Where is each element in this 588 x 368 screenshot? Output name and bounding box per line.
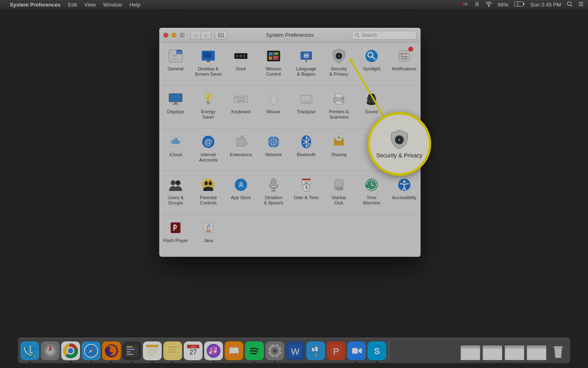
pref-users[interactable]: Users & Groups xyxy=(159,171,192,214)
timemachine-icon xyxy=(363,177,380,193)
dock-finder[interactable] xyxy=(20,341,39,360)
back-button[interactable]: ‹ xyxy=(190,31,201,40)
pref-label: General xyxy=(167,66,183,72)
pref-startup[interactable]: Startup Disk xyxy=(323,171,355,214)
pref-appstore[interactable]: AApp Store xyxy=(225,171,257,214)
disk-icon xyxy=(331,177,347,193)
dock-zoom[interactable] xyxy=(347,341,366,360)
pref-datetime[interactable]: 18Date & Time xyxy=(290,171,323,214)
at-icon: @ xyxy=(200,134,216,150)
java-icon xyxy=(200,220,216,236)
pref-flash[interactable]: Flash Player xyxy=(159,214,192,257)
pref-desktop[interactable]: Desktop & Screen Saver xyxy=(192,43,225,85)
pref-displays[interactable]: Displays xyxy=(159,85,192,128)
svg-point-70 xyxy=(176,180,180,185)
window-titlebar: ‹ › System Preferences Search xyxy=(159,28,421,43)
dock-trash[interactable] xyxy=(549,341,568,360)
dock-firefox[interactable] xyxy=(102,341,121,360)
pref-icloud[interactable]: iCloud xyxy=(159,128,192,171)
dock-chrome[interactable] xyxy=(61,341,80,360)
svg-point-74 xyxy=(205,182,208,185)
pref-language[interactable]: Language & Region xyxy=(290,43,323,85)
dock-minimized-window[interactable] xyxy=(505,346,524,360)
pref-network[interactable]: Network xyxy=(257,128,290,171)
pref-label: Spotlight xyxy=(363,66,381,72)
pref-internet[interactable]: @Internet Accounts xyxy=(192,128,225,171)
dock-spotify[interactable] xyxy=(245,341,264,360)
menu-help[interactable]: Help xyxy=(129,2,140,8)
pref-accessibility[interactable]: Accessibility xyxy=(388,171,421,214)
pref-mouse[interactable]: Mouse xyxy=(257,85,290,128)
forward-button[interactable]: › xyxy=(201,31,212,40)
dock-safari[interactable] xyxy=(82,341,100,360)
svg-point-17 xyxy=(240,55,242,57)
pref-spotlight[interactable]: Spotlight xyxy=(355,43,388,85)
pref-label: Bluetooth xyxy=(297,152,316,157)
pref-general[interactable]: FileNewOpeGeneral xyxy=(159,43,192,85)
dock-minimized-window[interactable] xyxy=(461,346,480,360)
menu-app-name[interactable]: System Preferences xyxy=(10,2,60,8)
search-input[interactable]: Search xyxy=(352,31,416,40)
svg-rect-26 xyxy=(305,60,307,62)
svg-text:New: New xyxy=(172,54,178,57)
show-all-button[interactable] xyxy=(215,31,227,40)
svg-text:27: 27 xyxy=(189,349,197,356)
svg-rect-44 xyxy=(236,97,237,99)
pref-dictation[interactable]: Dictation & Speech xyxy=(257,171,290,214)
dock-itunes[interactable] xyxy=(204,341,223,360)
dock-skype[interactable]: S xyxy=(368,341,386,360)
svg-rect-49 xyxy=(237,100,245,101)
pref-sharing[interactable]: Sharing xyxy=(323,128,355,171)
pref-java[interactable]: Java xyxy=(192,214,225,257)
svg-rect-21 xyxy=(274,52,278,55)
printer-icon xyxy=(331,91,347,107)
menu-window[interactable]: Window xyxy=(103,2,122,8)
svg-point-29 xyxy=(338,55,340,57)
dock-word[interactable]: W xyxy=(286,341,305,360)
pref-energy[interactable]: Energy Saver xyxy=(192,85,225,128)
svg-rect-124 xyxy=(167,345,179,357)
pref-extensions[interactable]: Extensions xyxy=(225,128,257,171)
window-zoom-button[interactable] xyxy=(180,33,185,38)
svg-rect-22 xyxy=(269,56,272,60)
window-minimize-button[interactable] xyxy=(172,33,176,38)
menubar-extra-2-icon[interactable] xyxy=(474,1,480,8)
dock-minimized-window[interactable] xyxy=(527,346,546,360)
dock-ibooks[interactable] xyxy=(225,341,243,360)
pref-security[interactable]: Security & Privacy xyxy=(323,43,355,85)
menubar-clock[interactable]: Sun 3:45 PM xyxy=(530,2,561,8)
svg-rect-51 xyxy=(273,95,274,98)
dock-sysprefs[interactable] xyxy=(265,341,284,360)
pref-bluetooth[interactable]: Bluetooth xyxy=(290,128,323,171)
notification-center-icon[interactable] xyxy=(578,1,584,8)
pref-trackpad[interactable]: Trackpad xyxy=(290,85,323,128)
dock-launchpad[interactable] xyxy=(41,341,60,360)
battery-percent[interactable]: 99% xyxy=(498,2,508,8)
pref-printers[interactable]: Printers & Scanners xyxy=(323,85,355,128)
dock-notes[interactable] xyxy=(143,341,162,360)
dock-keynote[interactable] xyxy=(306,341,325,360)
dock-calendar[interactable]: JUN27 xyxy=(184,341,203,360)
battery-icon[interactable] xyxy=(514,1,525,8)
pref-notifications[interactable]: Notifications xyxy=(388,43,421,85)
menubar-extra-1-icon[interactable] xyxy=(462,1,468,8)
wifi-icon[interactable] xyxy=(486,1,492,8)
dock-powerpoint[interactable]: P xyxy=(327,341,345,360)
svg-rect-3 xyxy=(514,2,523,6)
pref-keyboard[interactable]: Keyboard xyxy=(225,85,257,128)
window-close-button[interactable] xyxy=(163,33,168,38)
pref-mission[interactable]: Mission Control xyxy=(257,43,290,85)
pref-label: App Store xyxy=(231,195,251,200)
pref-label: Extensions xyxy=(230,152,252,157)
dock-minimized-window[interactable] xyxy=(483,346,502,360)
language-icon xyxy=(298,48,314,64)
pref-label: Java xyxy=(203,238,213,243)
dock-sublime[interactable] xyxy=(122,341,141,360)
menu-edit[interactable]: Edit xyxy=(68,2,77,8)
pref-timemachine[interactable]: Time Machine xyxy=(355,171,388,214)
pref-dock[interactable]: Dock xyxy=(225,43,257,85)
dock-stickies[interactable] xyxy=(163,341,182,360)
spotlight-menu-icon[interactable] xyxy=(567,1,572,8)
menu-view[interactable]: View xyxy=(85,2,96,8)
pref-parental[interactable]: Parental Controls xyxy=(192,171,225,214)
